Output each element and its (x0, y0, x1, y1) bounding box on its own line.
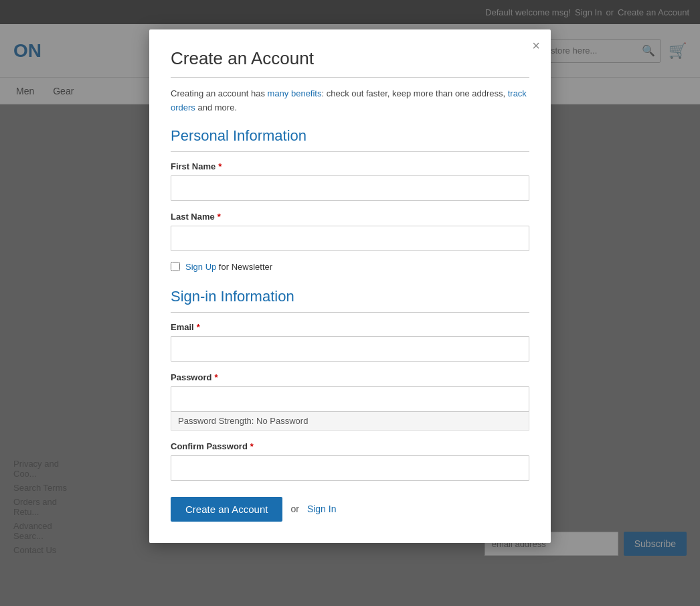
password-group: Password* Password Strength: No Password (171, 372, 529, 431)
close-button[interactable]: × (532, 39, 540, 52)
modal-container: × Create an Account Creating an account … (0, 0, 700, 606)
password-label: Password* (171, 372, 529, 382)
confirm-password-input[interactable] (171, 455, 529, 481)
signin-info-section: Sign-in Information Email* Password* Pas… (171, 288, 529, 481)
first-name-required: * (218, 161, 222, 171)
title-divider (171, 77, 529, 78)
password-strength-indicator: Password Strength: No Password (171, 411, 529, 431)
actions-or: or (290, 504, 298, 514)
confirm-password-required: * (250, 441, 254, 451)
first-name-group: First Name* (171, 161, 529, 201)
confirm-password-group: Confirm Password* (171, 441, 529, 481)
email-group: Email* (171, 322, 529, 362)
newsletter-row: Sign Up for Newsletter (171, 262, 529, 272)
email-label: Email* (171, 322, 529, 332)
benefits-link[interactable]: many benefits (268, 88, 322, 98)
newsletter-label: Sign Up for Newsletter (185, 262, 272, 272)
password-input[interactable] (171, 386, 529, 412)
signin-link-modal[interactable]: Sign In (307, 504, 337, 514)
personal-info-divider (171, 151, 529, 152)
last-name-required: * (217, 212, 221, 222)
confirm-password-label: Confirm Password* (171, 441, 529, 451)
last-name-group: Last Name* (171, 212, 529, 251)
password-strength-value: No Password (256, 416, 308, 426)
modal-title: Create an Account (171, 48, 529, 69)
create-account-modal: × Create an Account Creating an account … (149, 29, 551, 543)
form-actions: Create an Account or Sign In (171, 497, 529, 522)
password-required: * (214, 372, 217, 382)
modal-description: Creating an account has many benefits: c… (171, 87, 529, 115)
signin-info-divider (171, 312, 529, 313)
first-name-input[interactable] (171, 175, 529, 201)
password-strength-label: Password Strength: (178, 416, 254, 426)
signin-info-title: Sign-in Information (171, 288, 529, 305)
signup-link[interactable]: Sign Up (185, 262, 216, 272)
track-orders-link[interactable]: track orders (171, 88, 527, 112)
create-account-button[interactable]: Create an Account (171, 497, 282, 522)
last-name-input[interactable] (171, 226, 529, 251)
personal-info-section: Personal Information First Name* Last Na… (171, 127, 529, 272)
first-name-label: First Name* (171, 161, 529, 171)
last-name-label: Last Name* (171, 212, 529, 222)
personal-info-title: Personal Information (171, 127, 529, 145)
email-input[interactable] (171, 336, 529, 362)
email-required: * (197, 322, 200, 332)
newsletter-checkbox[interactable] (171, 262, 180, 271)
